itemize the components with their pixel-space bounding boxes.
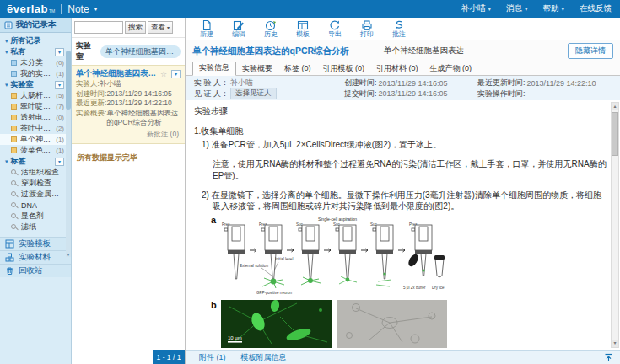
item-count: (5) (56, 92, 64, 99)
template-icon (5, 239, 14, 249)
dry-ice-label: Dry Ice (432, 286, 445, 290)
search-input[interactable] (74, 21, 123, 34)
template-button[interactable]: 模板 (287, 18, 319, 40)
item-count: (2) (56, 125, 64, 132)
sidebar-section-tags[interactable]: 标签 (0, 156, 71, 167)
feedback-link[interactable]: 在线反馈 (580, 3, 612, 14)
section-dropdown-button[interactable] (55, 48, 64, 56)
sidebar-scrollbar[interactable] (66, 51, 71, 257)
search-button[interactable]: 搜索 (125, 21, 146, 34)
template-label: 模板 (296, 31, 310, 38)
sidebar-item-templates[interactable]: 实验模板 (0, 237, 71, 250)
sidebar-item-lab-4[interactable]: 茶叶中咖啡... (2) (0, 123, 71, 134)
figure-panel-a: a Single-cell aspiration Pres. Pres. (211, 215, 607, 297)
notebook-tree: 所有记录 私有 未分类 (0) 我的实验记... (1) 实验室 (0, 33, 71, 233)
sidebar-section-lab[interactable]: 实验室 (0, 79, 71, 90)
view-button[interactable]: 查看 (148, 21, 173, 34)
sidebar-item-lab-6[interactable]: 菠菜色素的... (1) (0, 145, 71, 156)
created-value: 2013/11/29 14:16:05 (379, 79, 448, 88)
scrollbar-thumb[interactable] (66, 51, 71, 110)
help-menu[interactable]: 帮助 (542, 3, 564, 14)
hide-details-button[interactable]: 隐藏详情 (568, 43, 613, 59)
sidebar-section-private[interactable]: 私有 (0, 46, 71, 57)
item-count: (1) (56, 147, 64, 154)
sidebar-item-lab-3[interactable]: 透射电镜小... (0) (0, 112, 71, 123)
section-dropdown-button[interactable] (55, 158, 64, 166)
triangle-down-icon (5, 158, 8, 165)
annotate-button[interactable]: 批注 (383, 18, 415, 40)
tab-experiment-summary[interactable]: 实验概要 (236, 62, 278, 76)
section-dropdown-button[interactable] (55, 81, 64, 89)
tab-tags[interactable]: 标签 (0) (278, 62, 317, 76)
scroll-down-icon[interactable] (65, 251, 72, 258)
export-button[interactable]: 导出 (319, 18, 351, 40)
tag-label: 穿刺检查 (21, 178, 51, 189)
updated-label: 最近更新时间: (477, 78, 526, 88)
initial-level-label: Initial level (275, 257, 293, 261)
scale-bar-label: 10 μm (228, 335, 242, 340)
sidebar-tag-1[interactable]: 活组织检查 (0, 167, 71, 178)
star-icon[interactable] (160, 70, 167, 78)
document-body: 实验步骤 1.收集单细胞 1) 准备PCR管，加入5μL 2×CellsDire… (186, 100, 620, 350)
sidebar-item-uncategorized[interactable]: 未分类 (0) (0, 57, 71, 68)
item-count: (0) (56, 114, 64, 121)
sidebar-tag-3[interactable]: 过渡金属配... (0, 189, 71, 200)
operated-label: 实验操作时间: (477, 88, 526, 99)
notebook-square-icon (11, 93, 17, 99)
breadcrumb: 实验室 单个神经细胞基因表达 (72, 38, 185, 65)
sidebar-item-recycle-bin[interactable]: 回收站 (0, 264, 71, 277)
tab-experiment-info[interactable]: 实验信息 (192, 60, 236, 76)
tag-label: 显色剂 (21, 211, 44, 222)
item-label: 单个神经细... (20, 134, 56, 145)
sidebar-item-all-records[interactable]: 所有记录 (0, 35, 71, 46)
sidebar-item-lab-2[interactable]: 翠叶啶合成... (7) (0, 101, 71, 112)
experiment-card[interactable]: 单个神经细胞基因表达... 实验人: 补小喵 创建时间: 2013/11/29 … (72, 65, 185, 144)
chevron-down-icon[interactable] (94, 6, 98, 12)
step-1-text: 1) 准备PCR管，加入5μL 2×CellsDirect缓冲液(图2)，置于冰… (194, 139, 607, 151)
gfp-fluorescence-image: 10 μm (221, 300, 332, 348)
select-witness-button[interactable]: 选择见证人 (230, 88, 277, 99)
messages-menu[interactable]: 消息 (506, 3, 528, 14)
created-label: 创建时间: (344, 78, 377, 88)
sidebar-item-lab-5-selected[interactable]: 单个神经细... (1) (0, 134, 71, 145)
notebook-square-icon (11, 136, 17, 142)
sidebar-tag-5[interactable]: 显色剂 (0, 211, 71, 222)
user-menu[interactable]: 补小喵 (461, 3, 491, 14)
card-annotations-link[interactable]: 新批注 (0) (76, 127, 181, 142)
chevron-down-icon (561, 6, 564, 12)
tab-cited-materials[interactable]: 引用材料 (0) (370, 62, 424, 76)
submitted-label: 提交时间: (344, 88, 377, 99)
sidebar-tag-6[interactable]: 滤纸 (0, 222, 71, 233)
print-button[interactable]: 打印 (351, 18, 383, 40)
content-scrollbar[interactable] (611, 102, 619, 348)
tab-cited-templates[interactable]: 引用模板 (0) (317, 62, 371, 76)
scroll-up-icon[interactable] (612, 103, 618, 110)
owner-value: 补小喵 (100, 79, 121, 89)
pagination[interactable]: 1 - 1 / 1 (153, 350, 185, 364)
new-button[interactable]: 新建 (191, 18, 223, 40)
notebook-name-center: 单个神经细胞基因表达 (329, 46, 519, 56)
attachments-link[interactable]: 附件 (1) (199, 352, 226, 363)
history-button[interactable]: 历史 (255, 18, 287, 40)
card-title[interactable]: 单个神经细胞基因表达... (76, 68, 158, 79)
sidebar-item-my-experiments[interactable]: 我的实验记... (1) (0, 68, 71, 79)
steps-section-title: 实验步骤 (194, 105, 607, 117)
edit-button[interactable]: 编辑 (223, 18, 255, 40)
collapse-panel-icon[interactable] (604, 353, 613, 364)
everlab-logo[interactable]: ēverlab TM Note (7, 3, 97, 15)
search-button-label: 搜索 (128, 23, 143, 33)
document-footer-bar: 附件 (1) 模板附属信息 (186, 350, 620, 364)
tab-products[interactable]: 生成产物 (0) (424, 62, 478, 76)
history-label: 历史 (264, 31, 278, 38)
sidebar-item-materials[interactable]: 实验材料 (0, 250, 71, 264)
template-info-link[interactable]: 模板附属信息 (241, 352, 287, 363)
sidebar-item-lab-1[interactable]: 大肠杆菌电... (5) (0, 90, 71, 101)
breadcrumb-notebook-pill[interactable]: 单个神经细胞基因表达 (100, 46, 181, 58)
scroll-down-icon[interactable] (612, 340, 618, 347)
info-submitted: 提交时间: 2013/11/29 14:16:05 (344, 88, 477, 99)
card-dropdown-button[interactable] (171, 70, 181, 78)
notebook-header[interactable]: 我的记录本 (0, 18, 71, 33)
sidebar-tag-2[interactable]: 穿刺检查 (0, 178, 71, 189)
scrollbar-thumb[interactable] (612, 112, 618, 156)
sidebar-tag-4[interactable]: DNA (0, 200, 71, 211)
